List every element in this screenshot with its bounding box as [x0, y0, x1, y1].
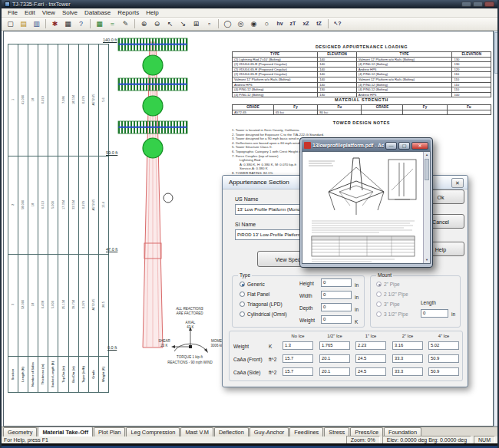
marquee-icon[interactable]: ▫ — [203, 18, 216, 29]
dialog-close-button[interactable]: ✕ — [451, 178, 464, 188]
tab-guy-anchor[interactable]: Guy-Anchor — [250, 427, 289, 436]
pdf-minimize-button[interactable]: — — [385, 142, 397, 150]
main-scrollbar-thumb[interactable] — [494, 32, 499, 74]
pointer-icon[interactable]: ↖ — [164, 18, 177, 29]
tab-geometry[interactable]: Geometry — [3, 427, 37, 436]
maximize-button[interactable] — [473, 2, 483, 7]
title-bar[interactable]: TJ-7335-F.eri - tnxTower — [2, 0, 497, 8]
cell: (2) VDU04-65-R (Proposed Cingular) — [233, 62, 318, 68]
minimize-button[interactable] — [461, 2, 471, 7]
tab-deflection[interactable]: Deflection — [214, 427, 249, 436]
ice-value-field[interactable]: 50.9 — [428, 367, 459, 376]
type-option-label[interactable]: Flat Panel — [247, 292, 269, 298]
mto-column-socket: 5.000 5.000 Socket Length (ft) — [48, 44, 58, 392]
new-icon[interactable]: ▢ — [5, 18, 17, 29]
height-field[interactable]: 0 — [321, 278, 352, 287]
cell: 0.219 — [41, 96, 45, 104]
hv-icon[interactable]: hv — [274, 18, 286, 29]
ring-b-icon[interactable]: ◎ — [235, 18, 247, 29]
menu-database[interactable]: Database — [81, 8, 114, 18]
scroll-up-icon[interactable]: ▲ — [424, 152, 430, 158]
ice-value-field[interactable]: 24.5 — [355, 367, 386, 376]
ring-a-icon[interactable]: ◯ — [222, 18, 234, 29]
zt-icon[interactable]: zT — [287, 18, 299, 29]
menu-edit[interactable]: Edit — [21, 8, 38, 18]
ice-value-field[interactable]: 3.16 — [392, 341, 423, 350]
mount-option-label[interactable]: 2 1/2" Pipe — [384, 292, 408, 298]
ice-value-field[interactable]: 5.02 — [428, 341, 459, 350]
mto-column-weight: 5.6 15.4 28.5 Weight (K) — [99, 44, 108, 392]
edit-icon[interactable]: ✎ — [120, 18, 132, 29]
type-option-label[interactable]: Generic — [247, 282, 265, 288]
type-option-label[interactable]: Cylindrical (Omni) — [247, 311, 287, 318]
type-radio-generic[interactable] — [240, 282, 245, 287]
menu-help[interactable]: Help — [143, 8, 161, 18]
mount-option-label[interactable]: 2" Pipe — [384, 282, 400, 288]
tab-leg-compression[interactable]: Leg Compression — [126, 427, 180, 436]
ring-d-icon[interactable]: ○ — [261, 18, 273, 29]
ice-value-field[interactable]: 20.1 — [319, 367, 350, 376]
pdf-scrollbar-thumb[interactable] — [425, 159, 429, 180]
type-radio-flat-panel[interactable] — [240, 292, 245, 297]
ice-value-field[interactable]: 33.3 — [392, 354, 423, 363]
length-unit: in — [451, 311, 455, 318]
pdf-close-button[interactable]: ✕ — [411, 142, 428, 150]
mount-option-label[interactable]: 3 1/2" Pipe — [384, 311, 408, 318]
zoom-out-icon[interactable]: ⊖ — [151, 18, 164, 29]
pointer-select-icon[interactable]: ↘ — [177, 18, 190, 29]
column-header: GRADE — [233, 105, 274, 110]
mount-option-label[interactable]: 3" Pipe — [384, 301, 400, 308]
pdf-page: ▲ ▼ — [302, 151, 431, 264]
type-radio-triagonal[interactable] — [240, 301, 245, 307]
ring-c-icon[interactable]: ◉ — [248, 18, 260, 29]
mount-radio-2in-pipe[interactable] — [376, 282, 382, 287]
ice-value-field[interactable]: 1.3 — [283, 341, 313, 350]
open-icon[interactable]: ▤ — [18, 18, 30, 29]
annotate-icon[interactable]: ✱ — [49, 18, 61, 29]
ice-value-field[interactable]: 20.1 — [319, 354, 350, 363]
ice-value-field[interactable]: 50.9 — [428, 354, 459, 363]
mount-radio-3half-pipe[interactable] — [376, 311, 382, 317]
depth-field[interactable]: 0 — [321, 303, 352, 311]
type-radio-cylindrical[interactable] — [240, 311, 245, 317]
type-option-label[interactable]: Triagonal (LPD) — [247, 301, 283, 308]
ice-value-field[interactable]: 1.765 — [319, 341, 350, 350]
tab-material-take-off[interactable]: Material Take-Off — [38, 427, 92, 436]
ice-value-field[interactable]: 15.7 — [283, 354, 313, 363]
zoom-in-icon[interactable]: ⊕ — [138, 18, 150, 29]
about-icon[interactable]: ? — [75, 18, 88, 29]
menu-reports[interactable]: Reports — [114, 8, 142, 18]
xz-icon[interactable]: xZ — [300, 18, 312, 29]
mount-radio-2half-pipe[interactable] — [376, 292, 382, 297]
length-field[interactable]: 0 — [421, 309, 448, 318]
tab-mast-vm[interactable]: Mast V.M — [180, 427, 213, 436]
save-icon[interactable]: ▥ — [31, 18, 43, 29]
ice-value-field[interactable]: 33.3 — [392, 367, 423, 376]
close-button[interactable] — [484, 2, 494, 7]
ice-value-field[interactable]: 2.23 — [355, 341, 386, 350]
pdf-title-bar[interactable]: 13lowprofileplatform.pdf - Adobe — ▢ ✕ — [302, 140, 431, 151]
tz-icon[interactable]: tZ — [313, 18, 326, 29]
menu-view[interactable]: View — [39, 8, 58, 18]
equals-icon[interactable]: = — [107, 18, 119, 29]
column-label: Weight (K) — [102, 367, 105, 382]
pan-icon[interactable]: ⊞ — [190, 18, 203, 29]
print-icon[interactable]: ▦ — [62, 18, 74, 29]
width-field[interactable]: 0 — [321, 291, 352, 299]
menu-file[interactable]: File — [5, 8, 21, 18]
cell: 0.438 — [41, 301, 45, 308]
weight-field[interactable]: 0 — [321, 315, 352, 324]
ice-value-field[interactable]: 24.5 — [355, 354, 386, 363]
menu-solve[interactable]: Solve — [59, 8, 81, 18]
scroll-down-icon[interactable]: ▼ — [424, 257, 430, 263]
tab-feedlines[interactable]: Feedlines — [289, 427, 323, 436]
pdf-maximize-button[interactable]: ▢ — [398, 142, 410, 150]
tab-plot-plan[interactable]: Plot Plan — [94, 427, 126, 436]
ice-value-field[interactable]: 15.7 — [283, 367, 313, 376]
context-help-icon[interactable]: ↖? — [332, 18, 344, 29]
table-icon[interactable]: ▦ — [94, 18, 106, 29]
main-scrollbar[interactable] — [494, 31, 499, 427]
cell: 65 ksi — [274, 110, 318, 116]
pdf-scrollbar[interactable]: ▲ ▼ — [423, 152, 430, 263]
mount-radio-3in-pipe[interactable] — [376, 301, 382, 307]
